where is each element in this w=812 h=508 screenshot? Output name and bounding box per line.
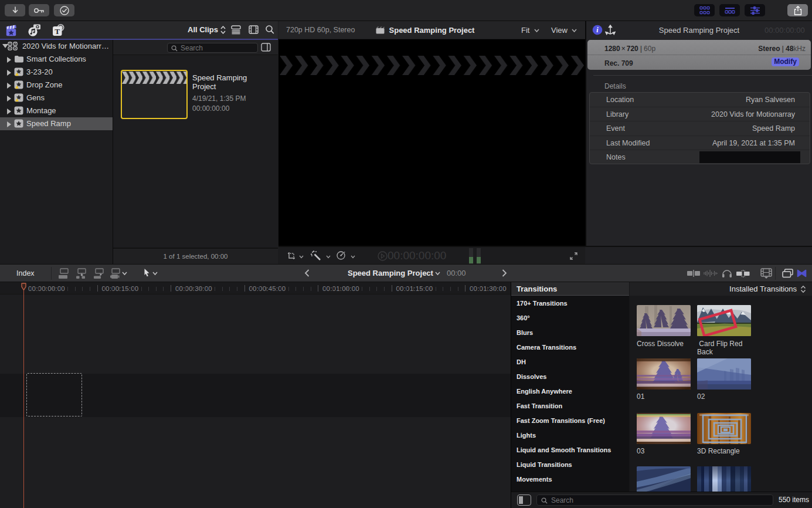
svg-text:T: T bbox=[55, 27, 60, 36]
